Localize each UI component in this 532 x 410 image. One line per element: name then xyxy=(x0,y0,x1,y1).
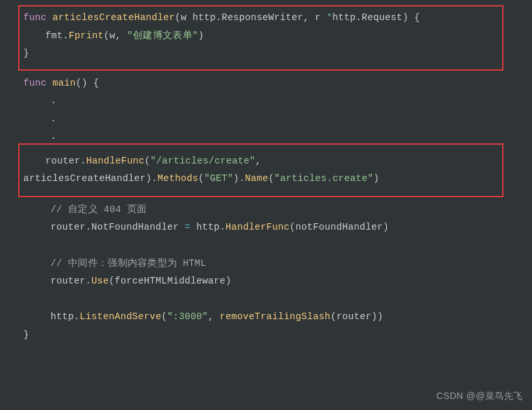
code-line: router.NotFoundHandler = http.HandlerFun… xyxy=(23,219,509,237)
code-line: fmt.Fprint(w, "创建博文表单") xyxy=(23,27,498,45)
code-line: . xyxy=(23,92,509,110)
highlight-box-2: router.HandleFunc("/articles/create", ar… xyxy=(18,143,503,197)
comment-line: // 自定义 404 页面 xyxy=(23,201,509,219)
code-line: articlesCreateHandler).Methods("GET").Na… xyxy=(23,170,498,188)
code-line: http.ListenAndServe(":3000", removeTrail… xyxy=(23,308,509,326)
code-line: } xyxy=(23,326,509,344)
watermark-text: CSDN @@菜鸟先飞 xyxy=(437,387,523,405)
code-line: func main() { xyxy=(23,75,509,93)
code-line: router.HandleFunc("/articles/create", xyxy=(23,152,498,171)
code-line: func articlesCreateHandler(w http.Respon… xyxy=(23,9,498,27)
code-line: . xyxy=(23,110,509,128)
comment-line: // 中间件：强制内容类型为 HTML xyxy=(23,255,509,273)
highlight-box-1: func articlesCreateHandler(w http.Respon… xyxy=(18,5,503,71)
code-line: router.Use(forceHTMLMiddleware) xyxy=(23,272,509,291)
code-block: func articlesCreateHandler(w http.Respon… xyxy=(5,5,527,344)
code-line: } xyxy=(23,45,498,63)
